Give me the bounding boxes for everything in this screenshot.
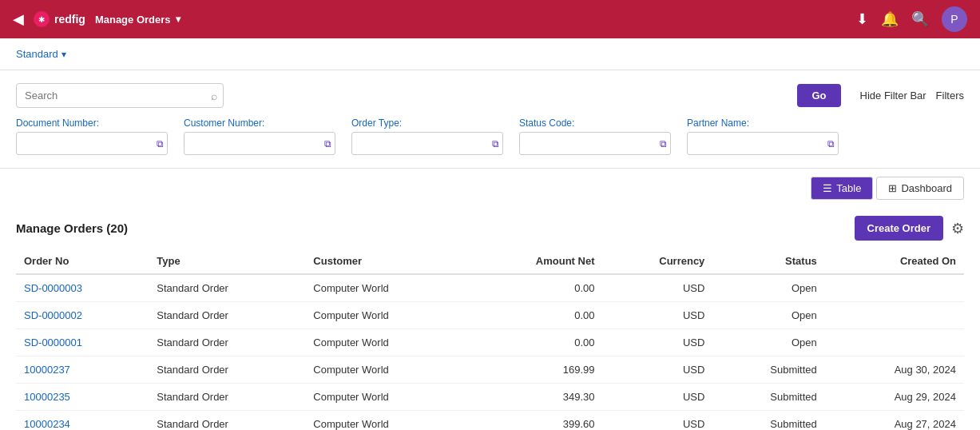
table-row: SD-0000002Standard OrderComputer World0.…	[16, 302, 964, 329]
hide-filter-button[interactable]: Hide Filter Bar	[860, 90, 926, 102]
filter-label-partner-name: Partner Name:	[687, 117, 839, 129]
col-header-currency: Currency	[603, 249, 713, 274]
table-view-button[interactable]: ☰ Table	[811, 177, 873, 200]
order-no-cell[interactable]: 10000234	[16, 411, 149, 431]
col-header-created-on: Created On	[825, 249, 964, 274]
customer-cell: Computer World	[305, 356, 469, 384]
filter-field-doc-number: Document Number: ⧉	[16, 117, 168, 155]
date-cell: Aug 29, 2024	[825, 384, 964, 411]
status-cell: Submitted	[712, 356, 824, 384]
col-header-status: Status	[712, 249, 824, 274]
dashboard-view-button[interactable]: ⊞ Dashboard	[876, 177, 964, 200]
view-selector[interactable]: Standard ▾	[16, 48, 66, 60]
order-no-cell[interactable]: SD-0000002	[16, 302, 149, 329]
back-button[interactable]: ◀	[13, 10, 24, 28]
top-navigation: ◀ redfig Manage Orders ▾ ⬇ 🔔 🔍 P	[0, 0, 980, 38]
table-icon: ☰	[823, 182, 832, 194]
customer-cell: Computer World	[305, 274, 469, 302]
filter-field-order-type: Order Type: ⧉	[351, 117, 503, 155]
type-cell: Standard Order	[149, 411, 305, 431]
amount-cell: 0.00	[469, 329, 603, 356]
order-no-cell[interactable]: SD-0000003	[16, 274, 149, 302]
status-cell: Open	[712, 329, 824, 356]
search-wrapper: ⌕	[16, 83, 224, 108]
dashboard-label: Dashboard	[901, 182, 952, 194]
table-header: Order NoTypeCustomerAmount NetCurrencySt…	[16, 249, 964, 274]
dashboard-icon: ⊞	[888, 182, 897, 194]
currency-cell: USD	[603, 274, 713, 302]
table-row: SD-0000003Standard OrderComputer World0.…	[16, 274, 964, 302]
col-header-amount-net: Amount Net	[469, 249, 603, 274]
table-row: 10000235Standard OrderComputer World349.…	[16, 384, 964, 411]
page-title-chevron[interactable]: ▾	[176, 14, 181, 25]
filter-field-status-code: Status Code: ⧉	[519, 117, 671, 155]
filters-button[interactable]: Filters	[936, 90, 964, 102]
download-icon[interactable]: ⬇	[856, 10, 868, 28]
filter-label-status-code: Status Code:	[519, 117, 671, 129]
status-cell: Open	[712, 302, 824, 329]
table-toolbar: ☰ Table ⊞ Dashboard	[16, 169, 964, 208]
search-magnifier-icon: ⌕	[211, 90, 217, 102]
view-chevron-icon: ▾	[61, 49, 66, 60]
settings-icon[interactable]: ⚙	[951, 220, 964, 237]
brand-icon	[34, 11, 50, 27]
date-cell	[825, 274, 964, 302]
type-cell: Standard Order	[149, 329, 305, 356]
type-cell: Standard Order	[149, 274, 305, 302]
filter-input-partner-name[interactable]	[687, 132, 839, 155]
table-row: 10000234Standard OrderComputer World399.…	[16, 411, 964, 431]
amount-cell: 169.99	[469, 356, 603, 384]
order-no-cell[interactable]: 10000235	[16, 384, 149, 411]
customer-cell: Computer World	[305, 302, 469, 329]
expand-icon-partner-name[interactable]: ⧉	[827, 138, 835, 149]
table-body: SD-0000003Standard OrderComputer World0.…	[16, 274, 964, 430]
date-cell	[825, 302, 964, 329]
order-no-cell[interactable]: 10000237	[16, 356, 149, 384]
nav-right: ⬇ 🔔 🔍 P	[856, 6, 967, 32]
nav-left: ◀ redfig Manage Orders ▾	[13, 10, 181, 28]
filter-input-wrapper-status-code: ⧉	[519, 132, 671, 155]
table-section: ☰ Table ⊞ Dashboard Manage Orders (20) C…	[0, 169, 980, 430]
filter-input-wrapper-cust-number: ⧉	[184, 132, 335, 155]
user-avatar[interactable]: P	[942, 6, 967, 32]
type-cell: Standard Order	[149, 302, 305, 329]
customer-cell: Computer World	[305, 384, 469, 411]
type-cell: Standard Order	[149, 356, 305, 384]
customer-cell: Computer World	[305, 411, 469, 431]
amount-cell: 349.30	[469, 384, 603, 411]
filter-label-cust-number: Customer Number:	[184, 117, 335, 129]
bell-icon[interactable]: 🔔	[881, 10, 899, 28]
filter-input-cust-number[interactable]	[184, 132, 335, 155]
date-cell: Aug 27, 2024	[825, 411, 964, 431]
brand-name: redfig	[54, 13, 85, 26]
create-order-button[interactable]: Create Order	[855, 216, 943, 241]
filter-input-wrapper-order-type: ⧉	[351, 132, 503, 155]
order-no-cell[interactable]: SD-0000001	[16, 329, 149, 356]
filter-label-order-type: Order Type:	[351, 117, 503, 129]
filter-section: ⌕ Go Hide Filter Bar Filters Document Nu…	[0, 70, 980, 169]
amount-cell: 0.00	[469, 274, 603, 302]
expand-icon-order-type[interactable]: ⧉	[492, 138, 499, 149]
table-header-row: Order NoTypeCustomerAmount NetCurrencySt…	[16, 249, 964, 274]
filter-top-row: ⌕ Go Hide Filter Bar Filters	[16, 83, 964, 108]
filter-input-doc-number[interactable]	[16, 132, 168, 155]
filter-field-cust-number: Customer Number: ⧉	[184, 117, 335, 155]
expand-icon-cust-number[interactable]: ⧉	[324, 138, 331, 149]
currency-cell: USD	[603, 302, 713, 329]
search-icon[interactable]: 🔍	[911, 10, 929, 28]
filter-input-status-code[interactable]	[519, 132, 671, 155]
amount-cell: 399.60	[469, 411, 603, 431]
amount-cell: 0.00	[469, 302, 603, 329]
filter-fields: Document Number: ⧉ Customer Number: ⧉ Or…	[16, 117, 964, 155]
expand-icon-status-code[interactable]: ⧉	[660, 138, 667, 149]
search-input[interactable]	[16, 83, 224, 108]
orders-table: Order NoTypeCustomerAmount NetCurrencySt…	[16, 249, 964, 430]
orders-header: Manage Orders (20) Create Order ⚙	[16, 208, 964, 249]
currency-cell: USD	[603, 356, 713, 384]
expand-icon-doc-number[interactable]: ⧉	[157, 138, 164, 149]
filter-input-wrapper-doc-number: ⧉	[16, 132, 168, 155]
go-button[interactable]: Go	[797, 84, 840, 107]
filter-field-partner-name: Partner Name: ⧉	[687, 117, 839, 155]
type-cell: Standard Order	[149, 384, 305, 411]
filter-input-order-type[interactable]	[351, 132, 503, 155]
